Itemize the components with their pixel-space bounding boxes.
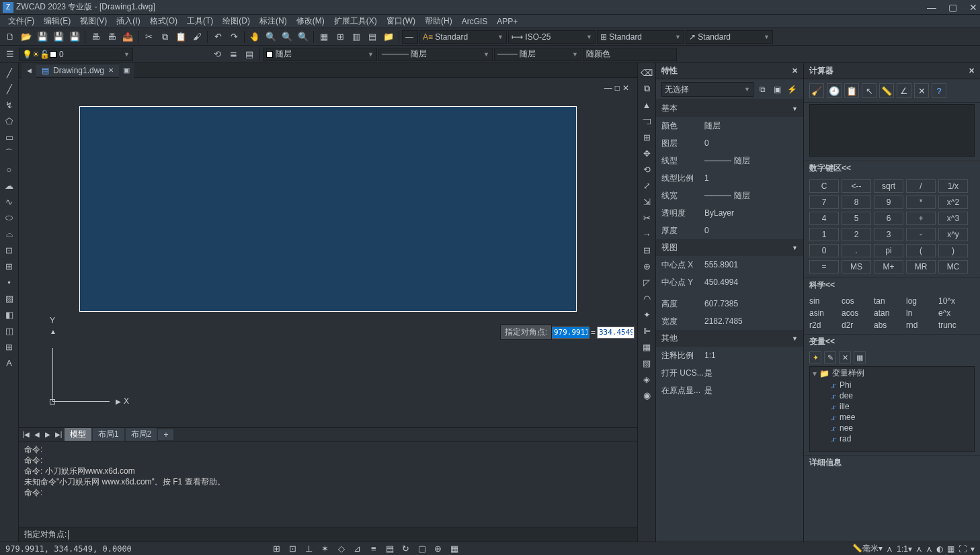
calc-key[interactable]: ) — [938, 244, 968, 257]
calc-key[interactable]: MR — [906, 260, 936, 273]
props-group-header[interactable]: 基本▼ — [656, 100, 803, 117]
text-style-combo[interactable]: A≡ Standard▼ — [419, 30, 507, 44]
calc-key[interactable]: atan — [874, 308, 903, 318]
design-center-icon[interactable]: ⊞ — [333, 30, 348, 44]
layer-states-icon[interactable]: ≣ — [226, 47, 241, 62]
calc-key[interactable]: C — [809, 179, 839, 193]
props-group-header[interactable]: 其他▼ — [656, 330, 803, 347]
lwt-icon[interactable]: ≡ — [367, 543, 380, 555]
plot-style-combo[interactable]: 随颜色 — [583, 48, 677, 61]
property-row[interactable]: 透明度ByLayer — [656, 204, 803, 222]
calc-paste-icon[interactable]: 📋 — [844, 83, 859, 98]
calc-key[interactable]: 1 — [809, 228, 839, 241]
scale-icon[interactable]: ⤢ — [640, 179, 653, 192]
menu-item[interactable]: 扩展工具(X) — [330, 15, 381, 27]
layout-tab-2[interactable]: 布局2 — [126, 428, 157, 441]
vars-section-header[interactable]: 变量<< — [804, 334, 980, 349]
clean-screen-icon[interactable]: ⛶ — [958, 544, 967, 554]
coord-x-input[interactable] — [552, 327, 589, 339]
variable-item[interactable]: 𝑥rad — [810, 433, 974, 444]
table-style-combo[interactable]: ⊞ Standard▼ — [597, 30, 684, 44]
polyline-icon[interactable]: ↯ — [3, 98, 16, 112]
menu-item[interactable]: 视图(V) — [76, 15, 111, 27]
zoom-previous-icon[interactable]: 🔍 — [296, 30, 311, 44]
menu-item[interactable]: ArcGIS — [458, 17, 492, 26]
calc-key[interactable]: x^y — [938, 228, 968, 241]
rectangle-icon[interactable]: ▭ — [3, 130, 16, 144]
ellipse-icon[interactable]: ⬭ — [3, 211, 16, 224]
calc-key[interactable]: + — [906, 212, 936, 225]
layout-first-icon[interactable]: |◀ — [22, 431, 31, 438]
hatch-icon[interactable]: ▨ — [3, 292, 16, 305]
props-group-header[interactable]: 视图▼ — [656, 239, 803, 256]
layout-tab-1[interactable]: 布局1 — [93, 428, 124, 441]
calc-key[interactable]: x^3 — [938, 212, 968, 225]
publish-icon[interactable]: 📤 — [120, 30, 135, 44]
menu-item[interactable]: 修改(M) — [292, 15, 329, 27]
mirror-icon[interactable]: ▲ — [640, 98, 653, 112]
calc-key[interactable]: asin — [809, 308, 839, 318]
layout-prev-icon[interactable]: ◀ — [32, 431, 42, 438]
calc-key[interactable]: tan — [874, 296, 903, 306]
layout-next-icon[interactable]: ▶ — [43, 431, 52, 438]
osnap-icon[interactable]: ◇ — [335, 543, 348, 555]
arc-icon[interactable]: ⌒ — [3, 146, 16, 160]
save-icon[interactable]: 💾 — [35, 30, 50, 44]
unit-button[interactable]: 📏毫米▾ — [852, 543, 883, 554]
redo-icon[interactable]: ↷ — [227, 30, 241, 44]
calc-key[interactable]: trunc — [938, 321, 968, 330]
insert-block-icon[interactable]: ⊡ — [3, 243, 16, 257]
property-row[interactable]: 中心点 X555.8901 — [656, 256, 803, 273]
align-icon[interactable]: ⊫ — [640, 324, 653, 337]
calc-distance-icon[interactable]: 📏 — [879, 83, 894, 98]
calc-key[interactable]: 8 — [842, 196, 871, 209]
break-icon[interactable]: ⊟ — [640, 243, 653, 257]
menu-item[interactable]: 绘图(D) — [218, 15, 254, 27]
calc-key[interactable]: 6 — [874, 212, 903, 225]
ellipse-arc-icon[interactable]: ⌓ — [3, 227, 16, 241]
calc-key[interactable]: 0 — [809, 244, 839, 257]
variables-tree[interactable]: ▾📁变量样例 𝑥Phi𝑥dee𝑥ille𝑥mee𝑥nee𝑥rad — [809, 366, 975, 452]
variable-item[interactable]: 𝑥Phi — [810, 380, 974, 390]
new-file-icon[interactable]: 🗋 — [3, 30, 17, 44]
calc-clear-icon[interactable]: 🧹 — [809, 83, 824, 98]
hardware-accel-icon[interactable]: ▦ — [947, 544, 954, 554]
zoom-realtime-icon[interactable]: 🔍 — [263, 30, 278, 44]
calc-key[interactable]: = — [809, 260, 839, 273]
offset-icon[interactable]: ⫎ — [640, 114, 653, 128]
layer-iso-icon[interactable]: ▤ — [242, 47, 257, 62]
property-row[interactable]: 线型随层 — [656, 152, 803, 169]
layer-manager-icon[interactable]: ☰ — [3, 47, 17, 62]
erase-icon[interactable]: ⌫ — [640, 66, 653, 79]
calc-key[interactable]: x^2 — [938, 196, 968, 209]
explode-icon[interactable]: ✦ — [640, 308, 653, 321]
calc-key[interactable]: 5 — [842, 212, 871, 225]
var-new-icon[interactable]: ✦ — [809, 351, 821, 364]
anno-visibility-icon[interactable]: ⋏ — [916, 544, 922, 554]
calc-intersect-icon[interactable]: ✕ — [914, 83, 929, 98]
spline-icon[interactable]: ∿ — [3, 195, 16, 208]
file-tab[interactable]: ▤ Drawing1.dwg ✕ — [36, 65, 119, 77]
model-paper-icon[interactable]: ▢ — [415, 543, 429, 555]
selection-combo[interactable]: 无选择▼ — [661, 82, 753, 97]
construction-line-icon[interactable]: ╱ — [3, 82, 16, 95]
viewport-minimize-icon[interactable]: — — [604, 83, 612, 93]
file-tab-new-icon[interactable]: ▣ — [119, 63, 134, 78]
move-icon[interactable]: ✥ — [640, 146, 653, 160]
calc-key[interactable]: r2d — [809, 321, 839, 330]
chamfer-icon[interactable]: ◸ — [640, 275, 653, 289]
calc-key[interactable]: - — [906, 228, 936, 241]
menu-item[interactable]: 标注(N) — [255, 15, 291, 27]
pan-icon[interactable]: 🤚 — [247, 30, 262, 44]
menu-item[interactable]: 插入(I) — [112, 15, 144, 27]
draw-order-icon[interactable]: ▦ — [640, 340, 653, 353]
grid-icon[interactable]: ⊡ — [286, 543, 300, 555]
toggle-pickadd-icon[interactable]: ⧉ — [756, 83, 768, 95]
customize-icon[interactable]: ▾ — [971, 544, 975, 554]
model-tab[interactable]: 模型 — [65, 428, 91, 441]
calc-key[interactable]: M+ — [874, 260, 903, 273]
calc-angle-icon[interactable]: ∠ — [897, 83, 911, 98]
undo-icon[interactable]: ↶ — [210, 30, 225, 44]
anno-icon[interactable]: ⋏ — [887, 544, 893, 554]
viewport-close-icon[interactable]: ✕ — [622, 83, 629, 93]
